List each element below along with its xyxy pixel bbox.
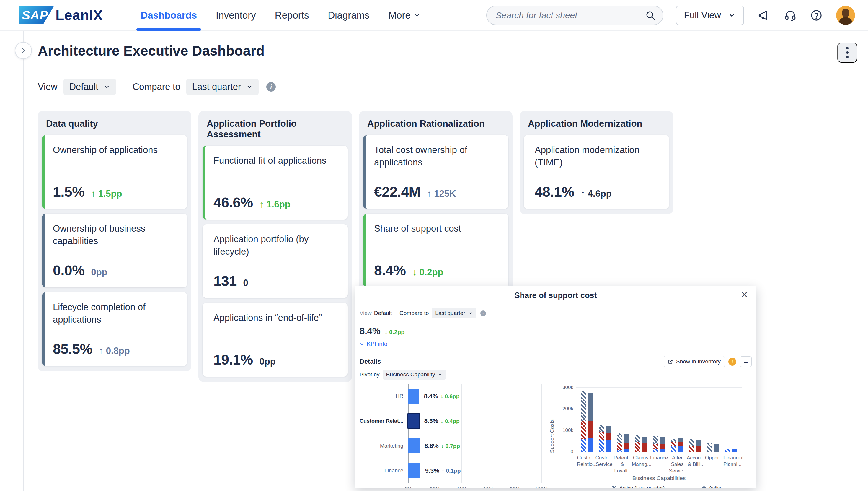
nav-item-inventory[interactable]: Inventory	[206, 0, 266, 31]
x-axis-category-label: Oppor...	[705, 455, 723, 474]
show-in-inventory-button[interactable]: Show in Inventory	[664, 356, 725, 367]
stacked-bar-current[interactable]	[732, 449, 737, 452]
nav-item-dashboards[interactable]: Dashboards	[131, 0, 206, 31]
bar-1[interactable]	[408, 389, 419, 404]
segment-end_of_life	[689, 446, 694, 452]
segment-end_of_life	[617, 443, 622, 450]
search-input[interactable]	[486, 6, 663, 25]
pivot-by-select[interactable]: Business Capability	[383, 370, 446, 380]
stacked-bar-current[interactable]	[660, 437, 665, 452]
chevron-right-icon	[20, 47, 27, 54]
info-icon[interactable]: i	[266, 82, 276, 92]
support-headset-icon[interactable]	[784, 9, 797, 22]
stacked-bar-current[interactable]	[642, 437, 647, 452]
y-axis-tick: 300k	[562, 385, 574, 391]
nav-item-more[interactable]: More	[379, 0, 430, 31]
x-axis-tick: 0%	[404, 487, 412, 488]
view-select[interactable]: Default	[63, 79, 116, 95]
modal-title: Share of support cost	[355, 291, 756, 300]
stacked-bar-current[interactable]	[696, 440, 701, 452]
stacked-bar-last-quarter[interactable]	[689, 439, 694, 452]
kpi-card[interactable]: Lifecycle completion of applications85.5…	[42, 292, 187, 366]
bar-3[interactable]	[408, 438, 420, 453]
kpi-card[interactable]: Application portfolio (by lifecycle)1310	[203, 224, 348, 298]
dashboard-controls: View Default Compare to Last quarter i	[38, 79, 276, 95]
y-axis-label: Support Costs	[549, 419, 555, 453]
nav-item-diagrams[interactable]: Diagrams	[318, 0, 379, 31]
modal-controls: View Default Compare to Last quarter i	[355, 304, 756, 322]
stacked-bar-last-quarter[interactable]	[635, 435, 640, 452]
legend-label: Active (Last quarter)	[619, 485, 664, 488]
chevron-down-icon	[438, 373, 442, 377]
stacked-bar-last-quarter[interactable]	[617, 433, 622, 452]
kpi-card-value: 48.1%	[535, 184, 574, 200]
x-axis-tick: 100%	[535, 487, 548, 488]
kpi-card[interactable]: Applications in “end-of-life”19.1%0pp	[203, 303, 348, 377]
stacked-bar-last-quarter[interactable]	[599, 426, 604, 452]
modal-view-value[interactable]: Default	[374, 310, 392, 316]
stacked-bar-current[interactable]	[714, 444, 719, 452]
segment-end_of_life	[660, 444, 665, 449]
legend-column: ActiveEnd of Lifen/a	[702, 485, 733, 488]
segment-end_of_life	[696, 446, 701, 452]
x-axis-tick: 80%	[509, 487, 520, 488]
segment-active	[678, 438, 683, 442]
kpi-card[interactable]: Ownership of applications1.5%↑ 1.5pp	[42, 135, 187, 209]
kpi-card-value-row: 48.1%↑ 4.6pp	[535, 184, 660, 200]
bar-4[interactable]	[408, 463, 421, 478]
help-icon[interactable]	[810, 9, 823, 22]
search-icon[interactable]	[645, 10, 656, 21]
segment-active	[642, 437, 647, 443]
segment-na	[671, 446, 676, 452]
stacked-bar-last-quarter[interactable]	[581, 391, 586, 452]
info-icon[interactable]: i	[480, 311, 486, 316]
kpi-card-value-row: 1310	[213, 273, 339, 289]
title-divider	[24, 71, 868, 71]
modal-kpi-value: 8.4%	[360, 326, 380, 337]
bar-group-1	[581, 391, 593, 452]
close-icon[interactable]: ✕	[740, 289, 749, 300]
x-axis-category-label: ClaimsManag...	[632, 455, 650, 474]
kpi-card[interactable]: Ownership of business capabilities0.0%0p…	[42, 213, 187, 287]
kpi-card[interactable]: Functional fit of applications46.6%↑ 1.6…	[203, 146, 348, 220]
kpi-card[interactable]: Share of support cost8.4%↓ 0.2pp	[363, 213, 508, 287]
x-axis-tick: 20%	[429, 487, 440, 488]
kpi-card-value-row: 85.5%↑ 0.8pp	[53, 341, 178, 357]
kpi-card-value: 8.4%	[374, 262, 406, 279]
stacked-bar-last-quarter[interactable]	[725, 449, 731, 452]
stacked-bar-last-quarter[interactable]	[707, 442, 712, 452]
user-avatar[interactable]	[836, 6, 855, 25]
sidebar-expand-button[interactable]	[15, 42, 32, 59]
modal-compare-to-select[interactable]: Last quarter	[432, 308, 476, 318]
page-title: Architecture Executive Dashboard	[38, 42, 265, 59]
segment-na	[581, 439, 586, 452]
stacked-bar-last-quarter[interactable]	[653, 436, 658, 452]
share-of-support-cost-modal: Share of support cost ✕ View Default Com…	[355, 286, 756, 488]
chevron-down-icon	[468, 311, 473, 316]
back-arrow-button[interactable]: ←	[740, 356, 752, 367]
stacked-bar-current[interactable]	[588, 393, 593, 452]
segment-active	[624, 434, 628, 443]
kpi-card[interactable]: Total cost ownership of applications€22.…	[363, 135, 508, 209]
workspace-selector-button[interactable]: Full View	[676, 6, 744, 25]
kpi-info-toggle[interactable]: KPI info	[355, 337, 756, 352]
bar-value-label: 9.3%↑ 0.1pp	[425, 467, 461, 474]
kpi-card[interactable]: Application modernization (TIME)48.1%↑ 4…	[524, 135, 669, 209]
dashboard-options-button[interactable]	[837, 42, 857, 63]
nav-item-label: Inventory	[216, 10, 256, 21]
stacked-bar-last-quarter[interactable]	[671, 439, 676, 452]
x-axis-category-label: AfterSalesServic..	[669, 455, 686, 474]
nav-item-reports[interactable]: Reports	[266, 0, 318, 31]
stacked-bar-current[interactable]	[624, 434, 628, 452]
bar-group-5	[653, 436, 665, 452]
compare-to-select[interactable]: Last quarter	[186, 79, 259, 95]
segment-active	[707, 442, 712, 452]
x-axis-category-label: Accou...& Billi..	[687, 455, 705, 474]
announcements-icon[interactable]	[758, 9, 771, 22]
bar-2[interactable]	[408, 413, 419, 428]
warning-icon[interactable]: !	[728, 358, 736, 366]
kpi-column-title: Application Rationalization	[359, 111, 513, 135]
grid-line	[461, 384, 462, 483]
stacked-bar-current[interactable]	[678, 438, 683, 452]
segment-end_of_life	[678, 442, 683, 445]
